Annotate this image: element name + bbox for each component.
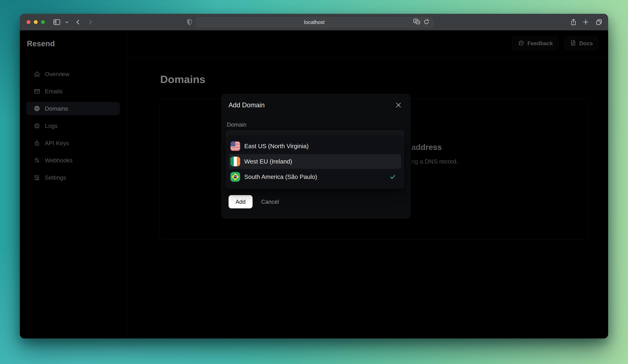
new-tab-icon[interactable] (582, 19, 589, 26)
ireland-flag-icon (231, 157, 240, 166)
domain-field-label: Domain (227, 121, 246, 128)
zoom-window-button[interactable] (41, 20, 45, 24)
forward-icon[interactable] (87, 19, 93, 26)
close-window-button[interactable] (27, 20, 30, 24)
region-option-label: West EU (Ireland) (244, 158, 396, 165)
back-icon[interactable] (75, 19, 81, 26)
shield-icon[interactable] (186, 18, 193, 26)
region-option-west-eu[interactable]: West EU (Ireland) (229, 154, 401, 169)
minimize-window-button[interactable] (34, 20, 38, 24)
browser-toolbar: localhost A (20, 14, 608, 30)
address-bar[interactable]: localhost A (196, 17, 433, 27)
tab-overview-icon[interactable] (595, 18, 603, 26)
translate-icon[interactable]: A (413, 18, 421, 26)
region-option-south-america[interactable]: South America (São Paulo) (229, 170, 401, 184)
app-content: Resend Overview Emails (20, 30, 608, 338)
url-text: localhost (304, 19, 324, 25)
modal-title: Add Domain (229, 101, 265, 109)
add-domain-modal: Add Domain Domain (222, 94, 410, 218)
region-option-east-us[interactable]: East US (North Virginia) (229, 139, 401, 153)
region-option-label: East US (North Virginia) (244, 143, 396, 150)
checkmark-icon (390, 174, 396, 180)
add-button[interactable]: Add (229, 195, 252, 208)
brazil-flag-icon (231, 172, 240, 182)
us-flag-icon (231, 141, 240, 151)
reload-icon[interactable] (423, 19, 430, 26)
sidebar-toggle-icon[interactable] (53, 19, 60, 25)
chevron-down-icon[interactable] (65, 20, 69, 24)
close-icon[interactable] (395, 102, 401, 108)
region-option-label: South America (São Paulo) (244, 173, 390, 180)
share-icon[interactable] (570, 18, 577, 26)
browser-window: localhost A (20, 14, 608, 338)
region-dropdown: East US (North Virginia) West EU (Irelan… (226, 135, 404, 188)
cancel-button[interactable]: Cancel (261, 195, 279, 208)
toolbar-divider (62, 18, 62, 26)
